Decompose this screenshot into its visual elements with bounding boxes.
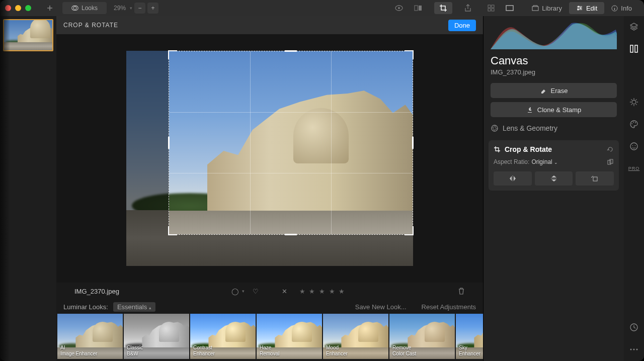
erase-button[interactable]: Erase xyxy=(491,83,617,98)
share-button[interactable] xyxy=(459,2,476,14)
crop-handle-bl[interactable] xyxy=(168,226,177,235)
minimize-window-button[interactable] xyxy=(15,5,21,11)
reset-adjustments-button[interactable]: Reset Adjustments xyxy=(422,303,476,311)
zoom-in-button[interactable]: + xyxy=(147,3,158,14)
crop-handle-tl[interactable] xyxy=(168,50,177,59)
crop-handle-right[interactable] xyxy=(412,137,414,149)
filename-label: IMG_2370.jpeg xyxy=(74,288,119,295)
zoom-level[interactable]: 29% xyxy=(114,5,126,12)
svg-point-24 xyxy=(633,122,634,123)
svg-rect-21 xyxy=(635,45,637,52)
preset-bw[interactable]: ClassicB&W xyxy=(124,314,189,359)
histogram[interactable] xyxy=(491,18,617,49)
flip-vertical-button[interactable] xyxy=(535,171,573,186)
canvas-area[interactable] xyxy=(56,34,483,283)
crop-rotate-label: Crop & Rotate xyxy=(505,145,552,153)
svg-rect-11 xyxy=(532,7,538,11)
svg-point-13 xyxy=(580,8,581,9)
aperture-icon xyxy=(491,124,499,132)
svg-rect-6 xyxy=(488,5,491,8)
crop-reset-button[interactable] xyxy=(607,146,614,153)
panel-filename: IMG_2370.jpeg xyxy=(484,68,624,81)
flip-horizontal-button[interactable] xyxy=(494,171,532,186)
svg-rect-7 xyxy=(492,5,494,8)
svg-rect-17 xyxy=(608,160,611,164)
grid-view-button[interactable] xyxy=(482,2,500,14)
aspect-ratio-label: Aspect Ratio: xyxy=(494,158,529,165)
canvas-rail-button[interactable] xyxy=(628,43,639,54)
aspect-ratio-dropdown[interactable]: Original ⌄ xyxy=(531,158,558,165)
svg-rect-18 xyxy=(610,159,613,163)
edit-tab[interactable]: Edit xyxy=(569,2,604,14)
looks-label: Luminar Looks: xyxy=(63,303,108,311)
preset-label: HazeRemoval xyxy=(260,345,279,357)
single-view-button[interactable] xyxy=(501,2,519,14)
maximize-window-button[interactable] xyxy=(25,5,31,11)
svg-point-32 xyxy=(636,349,638,350)
preset-haze[interactable]: HazeRemoval xyxy=(257,314,322,359)
crop-box[interactable] xyxy=(169,51,413,235)
looks-category-dropdown[interactable]: Essentials ▴ xyxy=(113,302,155,312)
zoom-out-button[interactable]: − xyxy=(134,3,145,14)
preset-mood[interactable]: MoodEnhancer xyxy=(323,314,388,359)
crop-handle-br[interactable] xyxy=(405,226,414,235)
compare-button[interactable] xyxy=(409,2,427,14)
color-rail-button[interactable] xyxy=(628,119,639,130)
crop-handle-bottom[interactable] xyxy=(285,234,297,235)
color-tag-button[interactable]: ◯ xyxy=(231,288,239,295)
svg-point-16 xyxy=(492,125,498,131)
preset-sky[interactable]: SkyEnhancer xyxy=(456,314,483,359)
looks-dropdown[interactable]: Looks xyxy=(62,2,107,14)
add-button[interactable] xyxy=(41,2,58,14)
library-tab[interactable]: Library xyxy=(525,2,569,14)
svg-point-30 xyxy=(630,349,632,350)
crop-tool-button[interactable] xyxy=(434,2,452,14)
svg-rect-5 xyxy=(419,6,422,11)
favorite-button[interactable]: ♡ xyxy=(253,288,259,295)
preset-label: RemoveColor Cast xyxy=(392,345,416,357)
layers-rail-button[interactable] xyxy=(628,21,639,32)
svg-point-14 xyxy=(577,9,579,11)
save-look-button[interactable]: Save New Look... xyxy=(355,303,407,311)
svg-point-23 xyxy=(631,123,632,124)
crop-handle-tr[interactable] xyxy=(405,50,414,59)
crop-handle-left[interactable] xyxy=(168,137,170,149)
crop-mode-header: CROP & ROTATE Done xyxy=(56,16,483,34)
svg-point-12 xyxy=(578,6,579,8)
crop-handle-top[interactable] xyxy=(285,50,297,52)
svg-point-28 xyxy=(635,145,636,146)
rotate-button[interactable] xyxy=(576,171,614,186)
face-rail-button[interactable] xyxy=(628,141,639,152)
svg-point-3 xyxy=(398,7,400,9)
tool-rail: PRO xyxy=(624,16,644,361)
preset-color[interactable]: RemoveColor Cast xyxy=(389,314,455,359)
looks-label: Looks xyxy=(82,5,98,12)
erase-icon xyxy=(540,87,547,94)
light-rail-button[interactable] xyxy=(628,97,639,108)
reject-button[interactable]: ✕ xyxy=(282,288,287,295)
svg-point-31 xyxy=(633,349,635,350)
rotate-aspect-button[interactable] xyxy=(607,158,614,165)
more-rail-button[interactable] xyxy=(628,344,639,355)
svg-rect-4 xyxy=(415,6,418,11)
preset-label: ContrastEnhancer xyxy=(193,345,215,357)
lens-geometry-section[interactable]: Lens & Geometry xyxy=(484,119,624,137)
pro-rail-button[interactable]: PRO xyxy=(628,163,639,174)
delete-button[interactable] xyxy=(458,287,465,295)
rating-stars[interactable]: ★ ★ ★ ★ ★ xyxy=(299,288,346,295)
crop-title: CROP & ROTATE xyxy=(63,22,118,29)
preset-ai[interactable]: AIImage Enhancer xyxy=(57,314,123,359)
done-button[interactable]: Done xyxy=(448,20,476,31)
preview-button[interactable] xyxy=(390,2,408,14)
svg-rect-9 xyxy=(492,9,494,11)
filmstrip-thumbnail[interactable] xyxy=(3,19,53,51)
stamp-icon xyxy=(526,106,533,113)
svg-rect-19 xyxy=(593,177,597,181)
image-info-bar: IMG_2370.jpeg ◯ ▾ ♡ ✕ ★ ★ ★ ★ ★ xyxy=(56,283,483,300)
sliders-icon xyxy=(576,5,583,11)
clone-stamp-button[interactable]: Clone & Stamp xyxy=(491,102,617,117)
history-rail-button[interactable] xyxy=(628,322,639,333)
preset-contrast[interactable]: ContrastEnhancer xyxy=(190,314,256,359)
preset-label: AIImage Enhancer xyxy=(60,345,97,357)
info-tab[interactable]: Info xyxy=(604,2,639,14)
